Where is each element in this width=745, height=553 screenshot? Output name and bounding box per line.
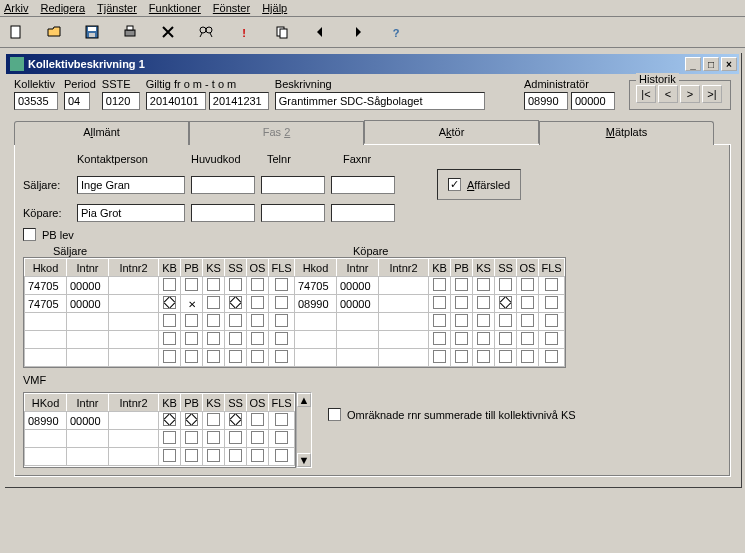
saljare-kontakt-input[interactable] [77, 176, 185, 194]
svg-text:?: ? [393, 27, 400, 39]
historik-last-button[interactable]: >| [702, 85, 722, 103]
kollektiv-input[interactable] [14, 92, 58, 110]
admin-label: Administratör [524, 78, 615, 90]
tab-fas2[interactable]: Fas 2 [189, 121, 364, 145]
historik-first-button[interactable]: |< [636, 85, 656, 103]
open-icon[interactable] [42, 21, 66, 43]
affarsled-label: Affärsled [467, 179, 510, 191]
delete-icon[interactable] [156, 21, 180, 43]
svg-rect-4 [125, 30, 135, 36]
svg-point-6 [200, 27, 206, 33]
svg-rect-2 [88, 27, 96, 31]
pblev-label: PB lev [42, 229, 74, 241]
beskrivning-label: Beskrivning [275, 78, 518, 90]
svg-rect-12 [280, 29, 287, 38]
prev-icon[interactable] [308, 21, 332, 43]
next-icon[interactable] [346, 21, 370, 43]
tab-allmant[interactable]: Allmänt [14, 121, 189, 145]
svg-text:!: ! [242, 27, 246, 39]
aktor-panel: Kontaktperson Huvudkod Telnr Faxnr Sälja… [14, 145, 731, 477]
beskrivning-input[interactable] [275, 92, 485, 110]
menu-tjanster[interactable]: Tjänster [97, 2, 137, 14]
saljare-huvudkod-input[interactable] [191, 176, 255, 194]
affarsled-group: Affärsled [437, 169, 521, 200]
menu-fonster[interactable]: Fönster [213, 2, 250, 14]
grid-saljare-header: Säljare [53, 245, 353, 257]
menu-hjalp[interactable]: Hjälp [262, 2, 287, 14]
titlebar: Kollektivbeskrivning 1 _ □ × [6, 54, 739, 74]
svg-line-8 [200, 33, 202, 37]
giltig-tom-input[interactable] [209, 92, 269, 110]
saljare-label: Säljare: [23, 179, 71, 191]
huvudkod-label: Huvudkod [191, 153, 261, 165]
main-grid[interactable]: HkodIntnrIntnr2KBPBKSSSOSFLSHkodIntnrInt… [23, 257, 566, 368]
period-label: Period [64, 78, 96, 90]
historik-next-button[interactable]: > [680, 85, 700, 103]
new-icon[interactable] [4, 21, 28, 43]
historik-group: Historik |<<>>| [629, 80, 731, 110]
admin2-input[interactable] [571, 92, 615, 110]
grid-kopare-header: Köpare [353, 245, 388, 257]
svg-rect-3 [89, 33, 95, 37]
toolbar: ! ? [0, 17, 745, 48]
historik-label: Historik [636, 73, 679, 85]
copy-icon[interactable] [270, 21, 294, 43]
sste-input[interactable] [102, 92, 140, 110]
close-button[interactable]: × [721, 57, 737, 71]
menubar: Arkiv Redigera Tjänster Funktioner Fönst… [0, 0, 745, 17]
maximize-button[interactable]: □ [703, 57, 719, 71]
kopare-label: Köpare: [23, 207, 71, 219]
find-icon[interactable] [194, 21, 218, 43]
kopare-faxnr-input[interactable] [331, 204, 395, 222]
giltig-from-input[interactable] [146, 92, 206, 110]
kopare-huvudkod-input[interactable] [191, 204, 255, 222]
svg-point-7 [206, 27, 212, 33]
omraknade-label: Omräknade rnr summerade till kollektivni… [347, 409, 576, 421]
period-input[interactable] [64, 92, 90, 110]
kopare-telnr-input[interactable] [261, 204, 325, 222]
admin1-input[interactable] [524, 92, 568, 110]
svg-rect-5 [127, 26, 133, 30]
svg-rect-14 [10, 57, 24, 71]
omraknade-checkbox[interactable] [328, 408, 341, 421]
saljare-telnr-input[interactable] [261, 176, 325, 194]
svg-line-9 [210, 33, 212, 37]
affarsled-checkbox[interactable] [448, 178, 461, 191]
alert-icon[interactable]: ! [232, 21, 256, 43]
vmf-scrollbar[interactable]: ▲▼ [296, 392, 312, 468]
kopare-kontakt-input[interactable] [77, 204, 185, 222]
vmf-grid[interactable]: HKodIntnrIntnr2KBPBKSSSOSFLS0899000000 [23, 392, 296, 468]
save-icon[interactable] [80, 21, 104, 43]
svg-rect-0 [11, 26, 20, 38]
tab-aktor[interactable]: Aktör [364, 120, 539, 144]
tabs: Allmänt Fas 2 Aktör Mätplats [14, 120, 731, 145]
tab-matplats[interactable]: Mätplats [539, 121, 714, 145]
vmf-label: VMF [23, 374, 722, 386]
minimize-button[interactable]: _ [685, 57, 701, 71]
saljare-faxnr-input[interactable] [331, 176, 395, 194]
help-icon[interactable]: ? [384, 21, 408, 43]
menu-funktioner[interactable]: Funktioner [149, 2, 201, 14]
giltig-label: Giltig fr o m - t o m [146, 78, 269, 90]
menu-redigera[interactable]: Redigera [40, 2, 85, 14]
telnr-label: Telnr [267, 153, 337, 165]
historik-prev-button[interactable]: < [658, 85, 678, 103]
window-title: Kollektivbeskrivning 1 [28, 58, 145, 70]
pblev-checkbox[interactable] [23, 228, 36, 241]
menu-arkiv[interactable]: Arkiv [4, 2, 28, 14]
print-icon[interactable] [118, 21, 142, 43]
faxnr-label: Faxnr [343, 153, 413, 165]
sste-label: SSTE [102, 78, 140, 90]
window: Kollektivbeskrivning 1 _ □ × Kollektiv P… [4, 52, 741, 487]
kontaktperson-label: Kontaktperson [77, 153, 185, 165]
kollektiv-label: Kollektiv [14, 78, 58, 90]
